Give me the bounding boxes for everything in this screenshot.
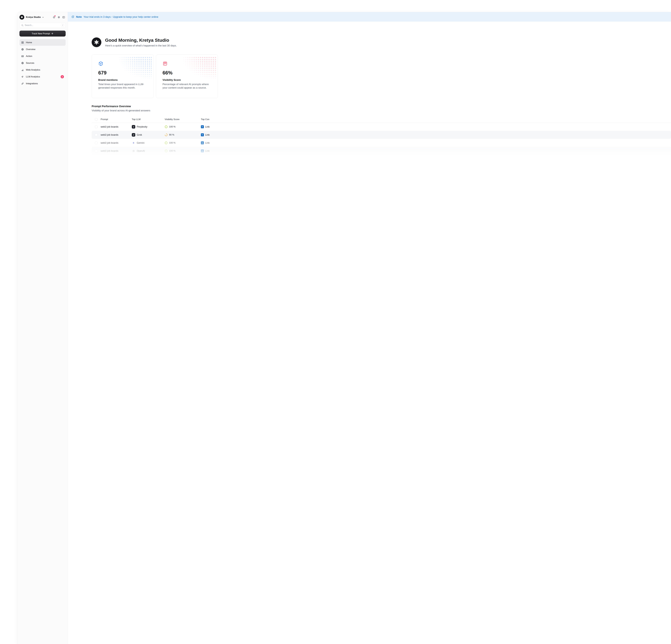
- score-value: 100 %: [169, 142, 176, 144]
- llm-name: Perplexity: [137, 126, 147, 128]
- search-box: /: [20, 23, 66, 28]
- page-title: Good Morning, Kretya Studio: [105, 38, 177, 43]
- score-value: 100 %: [169, 126, 176, 128]
- source-name: Link: [205, 142, 210, 144]
- banner-label: Note: [76, 15, 82, 18]
- sidebar-item-integrations[interactable]: Integrations: [20, 80, 66, 87]
- stat-label: Visibility Score: [163, 78, 211, 81]
- cube-icon: [98, 61, 103, 66]
- grok-icon: [132, 133, 135, 137]
- chevron-down-icon[interactable]: [42, 16, 44, 18]
- table-row[interactable]: web3 job boards Gemini 100 %: [92, 139, 211, 147]
- panel-toggle-icon[interactable]: [62, 15, 66, 19]
- stat-card-brand-mentions: 679 Brand mentions Total times your bran…: [92, 54, 154, 98]
- search-icon: [21, 24, 24, 26]
- stat-description: Percentage of relevant AI prompts where …: [163, 82, 210, 90]
- table-row[interactable]: web3 job boards OpenAI 100 %: [92, 147, 211, 155]
- dashboard-content: Good Morning, Kretya Studio Here’s a qui…: [68, 37, 211, 155]
- sidebar-item-label: Integrations: [26, 82, 38, 85]
- section-title: Prompt Performance Overview: [92, 105, 211, 108]
- grid-icon: [21, 41, 24, 44]
- trial-banner: Note Your trial ends in 3 days - Upgrade…: [68, 12, 211, 22]
- column-header-top-content: Top Con: [201, 118, 211, 121]
- sidebar-item-label: LLM Analytics: [26, 75, 40, 78]
- sidebar-item-action[interactable]: Action: [20, 53, 66, 60]
- sidebar-nav: Home Overview Action Sources: [20, 39, 66, 87]
- linkedin-icon: in: [201, 150, 204, 152]
- section-subtitle: Visibility of your brand across AI-gener…: [92, 109, 211, 112]
- sidebar-item-llm-analytics[interactable]: LLM Analytics 2: [20, 73, 66, 80]
- sidebar-item-label: Action: [26, 55, 32, 57]
- linkedin-icon: in: [201, 141, 204, 144]
- gear-icon[interactable]: [57, 15, 61, 19]
- asterisk-icon: [94, 40, 99, 45]
- workspace-logo-large: [92, 37, 101, 47]
- llm-name: Gemini: [137, 142, 144, 144]
- score-ring-100: [165, 141, 168, 144]
- sidebar-item-label: Web Analytics: [26, 68, 40, 71]
- row-checkbox[interactable]: [95, 142, 98, 144]
- search-input[interactable]: [25, 24, 61, 26]
- prompt-cell: web3 job boards: [101, 126, 132, 128]
- id-card-icon: [21, 55, 24, 57]
- sidebar-item-home[interactable]: Home: [20, 39, 66, 46]
- plus-icon: [51, 33, 53, 35]
- globe-icon: [21, 48, 24, 51]
- row-checkbox[interactable]: [95, 133, 98, 136]
- perplexity-icon: [132, 125, 135, 129]
- sidebar: Kretya Studio / Track New Prompt: [17, 12, 68, 158]
- track-new-prompt-button[interactable]: Track New Prompt: [20, 30, 66, 37]
- score-ring-100: [165, 150, 168, 152]
- sidebar-item-label: Sources: [26, 62, 34, 64]
- row-checkbox[interactable]: [95, 126, 98, 128]
- workspace-row: Kretya Studio: [20, 14, 66, 20]
- table-row[interactable]: web3 job boards Grok 90 %: [92, 131, 211, 139]
- row-checkbox[interactable]: [95, 150, 98, 152]
- workspace-name[interactable]: Kretya Studio: [26, 16, 41, 18]
- stat-label: Brand mentions: [98, 78, 147, 81]
- link-icon: [21, 82, 24, 85]
- main-area: Note Your trial ends in 3 days - Upgrade…: [68, 12, 211, 158]
- linkedin-icon: in: [201, 125, 204, 128]
- calculator-icon: [163, 61, 168, 66]
- notification-dot: [54, 15, 55, 16]
- history-clock-icon: [71, 15, 74, 18]
- sidebar-item-web-analytics[interactable]: Web Analytics: [20, 66, 66, 73]
- prompt-cell: web3 job boards: [101, 133, 132, 136]
- table-header: Prompt Top LLM Visibility Score Top Con: [92, 116, 211, 123]
- linkedin-icon: in: [201, 133, 204, 136]
- llm-analytics-badge: 2: [61, 75, 64, 78]
- prompt-table: Prompt Top LLM Visibility Score Top Con …: [92, 116, 211, 155]
- column-header-prompt: Prompt: [101, 118, 132, 121]
- sidebar-item-sources[interactable]: Sources: [20, 60, 66, 66]
- table-row[interactable]: web3 job boards Perplexity 100 %: [92, 123, 211, 131]
- score-ring-90: [165, 133, 168, 136]
- score-ring-100: [165, 125, 168, 128]
- score-value: 90 %: [169, 133, 174, 136]
- search-shortcut: /: [61, 24, 64, 27]
- stat-description: Total times your brand appeared in LLM-g…: [98, 82, 145, 90]
- banner-message[interactable]: Your trial ends in 3 days - Upgrade to k…: [84, 15, 158, 18]
- column-header-top-llm: Top LLM: [132, 118, 165, 121]
- sidebar-item-overview[interactable]: Overview: [20, 46, 66, 53]
- page-subtitle: Here’s a quick overview of what’s happen…: [105, 44, 177, 47]
- llm-name: OpenAI: [137, 150, 145, 152]
- select-all-checkbox[interactable]: [95, 118, 98, 121]
- greeting: Good Morning, Kretya Studio Here’s a qui…: [92, 37, 211, 47]
- source-name: Link: [205, 150, 210, 152]
- app-window: Kretya Studio / Track New Prompt: [17, 12, 211, 158]
- prompt-cell: web3 job boards: [101, 150, 132, 152]
- score-value: 100 %: [169, 150, 176, 152]
- llm-name: Grok: [137, 133, 142, 136]
- sidebar-item-label: Overview: [26, 48, 35, 51]
- gemini-icon: [132, 141, 135, 145]
- track-new-prompt-label: Track New Prompt: [32, 32, 50, 35]
- asterisk-icon: [21, 16, 23, 18]
- stat-value: 66%: [163, 70, 211, 76]
- bell-icon[interactable]: [52, 15, 56, 19]
- openai-icon: [132, 149, 135, 153]
- source-name: Link: [205, 133, 210, 136]
- stat-value: 679: [98, 70, 147, 76]
- stat-card-visibility-score: 66% Visibility Score Percentage of relev…: [156, 54, 211, 98]
- sparkles-icon: [21, 75, 24, 78]
